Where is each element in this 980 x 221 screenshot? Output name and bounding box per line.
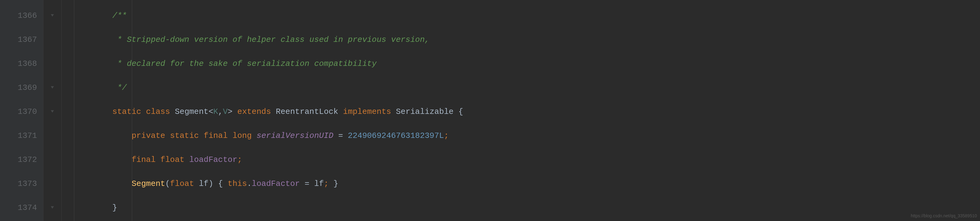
code-token: } [112, 203, 117, 212]
line-number: 1367 [4, 28, 37, 52]
fold-column [43, 0, 62, 221]
code-token: lf [314, 179, 324, 188]
line-number: 1369 [4, 76, 37, 100]
code-token: * declared for the sake of serialization… [112, 59, 377, 68]
code-token: Segment [132, 179, 165, 188]
code-token: ) { [208, 179, 228, 188]
code-token: static [112, 107, 146, 116]
code-token: * Stripped-down version of helper class … [112, 35, 430, 45]
code-line[interactable]: Segment(float lf) { this.loadFactor = lf… [74, 172, 980, 196]
code-token: this [228, 179, 247, 188]
code-token: = [334, 131, 348, 140]
code-token: lf [199, 179, 208, 188]
fold-spacer [43, 52, 61, 76]
code-token: { [458, 107, 463, 116]
line-number: 1368 [4, 52, 37, 76]
code-token: 2249069246763182397L [348, 131, 444, 140]
code-token: private static final long [132, 131, 256, 140]
code-line[interactable]: static class Segment<K,V> extends Reentr… [74, 100, 980, 124]
fold-spacer [43, 124, 61, 148]
code-token: */ [112, 83, 127, 92]
line-number: 1366 [4, 4, 37, 28]
fold-toggle-icon[interactable] [43, 100, 61, 124]
code-token: , [218, 107, 223, 116]
code-token: implements [343, 107, 396, 116]
code-token: Segment [175, 107, 208, 116]
code-line[interactable]: } [74, 196, 980, 220]
code-token: serialVersionUID [256, 131, 334, 140]
fold-spacer [43, 148, 61, 172]
fold-spacer [43, 28, 61, 52]
code-token: . [247, 179, 252, 188]
line-number: 1374 [4, 196, 37, 220]
code-token: < [208, 107, 213, 116]
code-line[interactable]: final float loadFactor; [74, 148, 980, 172]
code-line[interactable]: /** [74, 4, 980, 28]
fold-toggle-icon[interactable] [43, 76, 61, 100]
line-number: 1373@ [4, 172, 37, 196]
fold-toggle-icon[interactable] [43, 4, 61, 28]
code-token: loadFactor [189, 155, 237, 164]
code-token: /** [112, 11, 127, 20]
watermark-text: https://blog.csdn.net/qq_33589510 [911, 213, 977, 219]
fold-spacer [43, 172, 61, 196]
line-number: 1372 [4, 148, 37, 172]
code-line[interactable]: */ [74, 76, 980, 100]
code-editor: 13661367136813691370137113721373@1374 /*… [0, 0, 980, 221]
code-line[interactable]: * Stripped-down version of helper class … [74, 28, 980, 52]
code-line[interactable]: * declared for the sake of serialization… [74, 52, 980, 76]
code-token: ReentrantLock [276, 107, 343, 116]
code-token: extends [237, 107, 276, 116]
code-token: ; [324, 179, 329, 188]
code-token: float [170, 179, 199, 188]
code-token: } [329, 179, 338, 188]
code-token: K [213, 107, 218, 116]
code-token: ( [165, 179, 170, 188]
line-number-gutter: 13661367136813691370137113721373@1374 [0, 0, 43, 221]
code-token: final float [132, 155, 189, 164]
code-token: ; [444, 131, 449, 140]
code-token: > [228, 107, 237, 116]
code-token: loadFactor [251, 179, 300, 188]
fold-toggle-icon[interactable] [43, 196, 61, 220]
line-number: 1370 [4, 100, 37, 124]
line-number: 1371 [4, 124, 37, 148]
code-token: = [300, 179, 314, 188]
code-token: ; [237, 155, 242, 164]
code-token: Serializable [396, 107, 458, 116]
code-token: class [146, 107, 175, 116]
code-line[interactable]: private static final long serialVersionU… [74, 124, 980, 148]
code-token: V [223, 107, 228, 116]
code-area[interactable]: /** * Stripped-down version of helper cl… [62, 0, 980, 221]
